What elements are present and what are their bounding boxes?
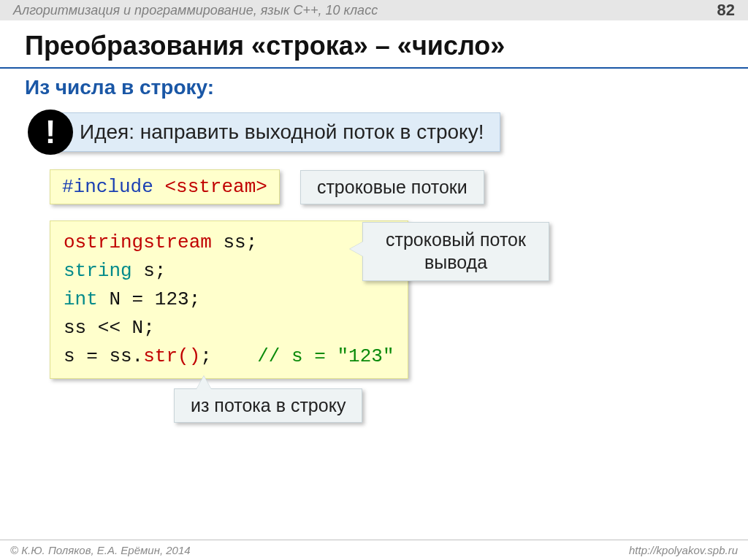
include-directive: #include [62, 176, 153, 198]
exclamation-icon: ! [28, 110, 73, 155]
code-line-3: int N = 123; [64, 285, 394, 314]
code-line-2: string s; [64, 257, 394, 285]
idea-text: Идея: направить выходной поток в строку! [54, 112, 500, 152]
code-line-4: ss << N; [64, 314, 394, 342]
code-line-1: ostringstream ss; [64, 229, 394, 257]
page-title: Преобразования «строка» – «число» [0, 20, 748, 67]
callout-str: из потока в строку [174, 388, 362, 423]
idea-row: ! Идея: направить выходной поток в строк… [28, 110, 748, 155]
include-label: строковые потоки [300, 170, 484, 204]
footer-url: http://kpolyakov.spb.ru [629, 544, 738, 556]
include-header: <sstream> [164, 176, 267, 198]
code-block-wrap: ostringstream ss; string s; int N = 123;… [50, 220, 748, 379]
footer-copyright: © К.Ю. Поляков, Е.А. Ерёмин, 2014 [10, 544, 191, 556]
header-bar: Алгоритмизация и программирование, язык … [0, 0, 748, 20]
section-subtitle: Из числа в строку: [0, 69, 748, 110]
course-title: Алгоритмизация и программирование, язык … [13, 3, 378, 18]
footer-bar: © К.Ю. Поляков, Е.А. Ерёмин, 2014 http:/… [0, 540, 748, 560]
callout-ostringstream: строковый поток вывода [362, 222, 549, 281]
page-number: 82 [717, 1, 735, 20]
include-row: #include <sstream> строковые потоки [50, 169, 748, 204]
code-line-5: s = ss.str(); // s = "123" [64, 342, 394, 371]
include-code: #include <sstream> [50, 169, 280, 204]
